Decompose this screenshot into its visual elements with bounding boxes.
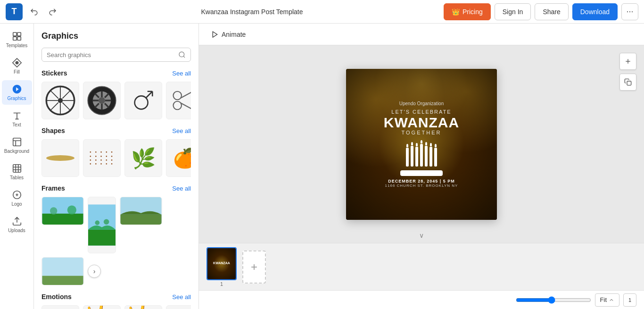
sidebar-item-templates[interactable]: Templates (2, 27, 32, 52)
emotion-item-shocked[interactable]: 😲 (41, 305, 79, 309)
frame-item-landscape-1[interactable] (41, 197, 84, 225)
svg-rect-47 (121, 215, 162, 225)
zoom-slider[interactable] (516, 296, 591, 304)
sticker-item-scissors[interactable] (166, 82, 191, 119)
page-thumb-1[interactable]: KWANZAA (206, 247, 237, 280)
page-indicator[interactable]: 1 (623, 293, 636, 307)
emotions-row: 😲 🤘😄 🤘😆 🤙 › (41, 305, 191, 309)
sidebar-item-uploads[interactable]: Uploads (2, 212, 32, 237)
frames-see-all[interactable]: See all (172, 185, 191, 192)
canvas-workspace[interactable]: Upendo Organization LET'S CELEBRATE KWAN… (199, 45, 644, 243)
logo-label: Logo (11, 201, 22, 207)
candle-flame-6 (430, 143, 432, 146)
add-page-icon: + (251, 260, 257, 274)
landscape-frame-1 (42, 197, 83, 225)
search-input[interactable] (47, 51, 178, 58)
svg-line-15 (50, 91, 58, 99)
tables-label: Tables (10, 175, 24, 180)
stickers-row: › (41, 82, 191, 119)
svg-rect-49 (42, 276, 83, 285)
text-icon (12, 110, 22, 121)
zoom-fit-button[interactable]: Fit (595, 293, 619, 307)
emotions-section: Emotions See all 😲 🤘😄 🤘😆 🤙 › (41, 293, 191, 309)
candle-flame-7 (435, 144, 437, 147)
animate-button[interactable]: Animate (206, 28, 250, 41)
add-page-button[interactable]: + (242, 251, 266, 284)
sticker-item-gender[interactable] (124, 82, 162, 119)
download-button[interactable]: Download (572, 3, 618, 20)
document-title: Kwanzaa Instagram Post Template (64, 8, 440, 16)
design-card[interactable]: Upendo Organization LET'S CELEBRATE KWAN… (346, 69, 497, 220)
add-page-tool[interactable] (619, 53, 636, 70)
candle-body-1 (406, 148, 409, 167)
gender-icon (127, 84, 160, 117)
header: T Kwanzaa Instagram Post Template 👑 Pric… (0, 0, 644, 24)
sidebar-item-graphics[interactable]: Graphics (2, 80, 32, 105)
graphics-panel: Graphics Stickers See all (34, 24, 199, 309)
design-org: Upendo Organization (399, 101, 444, 106)
svg-point-45 (104, 219, 109, 225)
scroll-down-indicator[interactable]: ∨ (419, 232, 424, 239)
svg-rect-6 (13, 165, 21, 173)
frame-item-landscape-2[interactable] (120, 197, 162, 225)
shape-item-ellipse[interactable] (41, 139, 79, 177)
scissors-icon (168, 84, 191, 117)
frame-item-landscape-3[interactable] (41, 257, 84, 285)
candle-flame-1 (406, 144, 408, 147)
pricing-button[interactable]: 👑 Pricing (444, 3, 491, 20)
graphics-panel-title: Graphics (41, 31, 191, 41)
svg-point-34 (173, 92, 182, 100)
logo-button[interactable]: T (6, 3, 23, 20)
frames-title: Frames (41, 184, 65, 192)
svg-rect-43 (88, 230, 116, 246)
party-emoji: 🤘😆 (125, 305, 162, 309)
undo-button[interactable] (26, 4, 41, 19)
candle-body-5 (425, 146, 428, 167)
redo-button[interactable] (45, 4, 60, 19)
sidebar-item-tables[interactable]: Tables (2, 159, 32, 184)
candle-3 (415, 143, 418, 167)
download-label: Download (580, 8, 610, 16)
search-icon (178, 51, 186, 58)
svg-point-41 (67, 205, 76, 214)
shape-item-orange[interactable]: 🍊 (166, 139, 191, 177)
templates-label: Templates (6, 43, 28, 48)
shapes-row: ● ● ● ● ●● ● ● ● ●● ● ● ● ●● ● ● ● ● 🌿 🍊… (41, 139, 191, 177)
emotion-item-rock[interactable]: 🤘😄 (83, 305, 121, 309)
emotions-title: Emotions (41, 293, 72, 301)
more-options-button[interactable]: ··· (621, 3, 638, 20)
graphics-label: Graphics (7, 96, 26, 101)
background-icon (12, 137, 22, 147)
shape-item-leaf[interactable]: 🌿 (124, 139, 162, 177)
sidebar-item-background[interactable]: Background (2, 133, 32, 158)
emotions-see-all[interactable]: See all (172, 293, 191, 301)
design-date: DECEMBER 28, 2045 | 5 PM (388, 179, 455, 184)
fill-icon (12, 58, 22, 68)
logo-letter: T (12, 7, 17, 17)
shapes-see-all[interactable]: See all (172, 127, 191, 134)
dots-pattern-shape: ● ● ● ● ●● ● ● ● ●● ● ● ● ●● ● ● ● ● (88, 148, 116, 168)
svg-rect-52 (627, 81, 631, 85)
tables-icon (12, 163, 22, 174)
emotion-item-party[interactable]: 🤘😆 (124, 305, 162, 309)
signin-label: Sign In (503, 8, 523, 16)
emotion-item-hang[interactable]: 🤙 (166, 305, 191, 309)
sidebar-item-logo[interactable]: Logo (2, 186, 32, 210)
shapes-title: Shapes (41, 127, 65, 134)
stickers-see-all[interactable]: See all (172, 70, 191, 77)
shape-item-dots[interactable]: ● ● ● ● ●● ● ● ● ●● ● ● ● ●● ● ● ● ● (83, 139, 121, 177)
frame-item-portrait-1[interactable] (88, 197, 116, 253)
page-number-1: 1 (220, 281, 223, 287)
sticker-item-car-wheel[interactable] (83, 82, 121, 119)
share-button[interactable]: Share (535, 3, 568, 20)
sidebar-item-text[interactable]: Text (2, 107, 32, 131)
candle-2 (411, 142, 413, 167)
frames-scroll-right[interactable]: › (88, 265, 101, 278)
candle-body-2 (411, 146, 413, 167)
page-thumb-inner-1: KWANZAA (207, 248, 236, 279)
signin-button[interactable]: Sign In (495, 3, 531, 20)
copy-tool[interactable] (619, 74, 636, 91)
sticker-item-wheel[interactable] (41, 82, 79, 119)
left-sidebar: Templates Fill Graphics Text Background … (0, 24, 34, 309)
sidebar-item-fill[interactable]: Fill (2, 54, 32, 78)
